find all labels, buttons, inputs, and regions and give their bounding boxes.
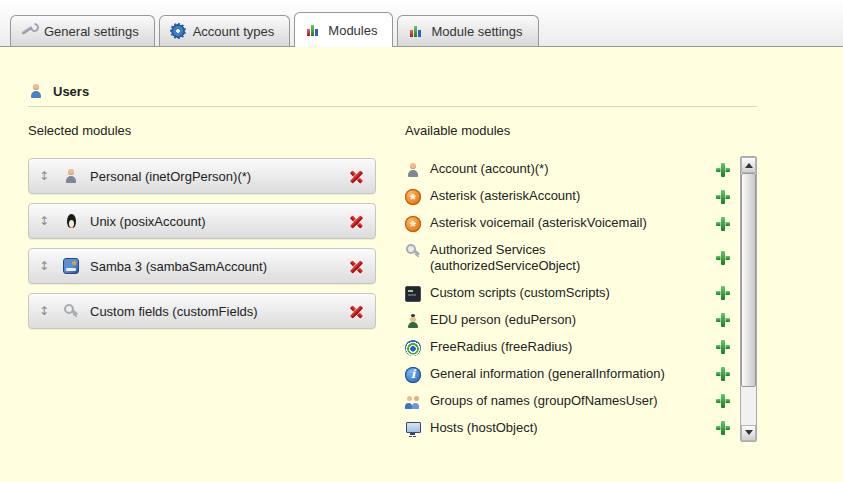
available-modules-column: Available modules Account (account)(*) A… <box>405 123 757 442</box>
person-icon <box>63 168 79 184</box>
available-module-row: Authorized Services (authorizedServiceOb… <box>405 237 740 280</box>
group-icon <box>405 394 421 410</box>
section-heading: Users <box>28 83 815 99</box>
add-icon[interactable] <box>715 285 731 301</box>
available-module-label: FreeRadius (freeRadius) <box>430 339 688 355</box>
add-icon[interactable] <box>715 393 731 409</box>
delete-icon[interactable] <box>348 258 365 275</box>
available-module-label: Authorized Services (authorizedServiceOb… <box>430 242 688 275</box>
available-modules-list: Account (account)(*) Asterisk (asteriskA… <box>405 156 740 442</box>
tab-label: General settings <box>44 24 139 39</box>
delete-icon[interactable] <box>348 213 365 230</box>
gear-icon <box>170 23 186 39</box>
selected-module-row[interactable]: Samba 3 (sambaSamAccount) <box>28 248 376 284</box>
available-module-row: Asterisk (asteriskAccount) <box>405 183 740 210</box>
tab-account-types[interactable]: Account types <box>159 15 291 46</box>
available-module-label: Asterisk (asteriskAccount) <box>430 188 688 204</box>
tab-label: Modules <box>328 23 377 38</box>
selected-module-row[interactable]: Personal (inetOrgPerson)(*) <box>28 158 376 194</box>
drag-handle-icon[interactable] <box>39 259 55 273</box>
available-module-row: Groups of names (groupOfNamesUser) <box>405 388 740 415</box>
section-divider <box>28 106 757 107</box>
scrollbar[interactable] <box>740 156 757 442</box>
add-icon[interactable] <box>715 420 731 436</box>
tab-bar: General settings Account types Modules M… <box>0 0 843 47</box>
available-modules-heading: Available modules <box>405 123 757 138</box>
selected-module-label: Personal (inetOrgPerson)(*) <box>90 169 348 184</box>
selected-modules-column: Selected modules Personal (inetOrgPerson… <box>28 123 376 442</box>
keys-icon <box>63 303 79 319</box>
info-icon <box>405 367 421 383</box>
tab-label: Module settings <box>431 24 522 39</box>
selected-modules-list: Personal (inetOrgPerson)(*) Unix (posixA… <box>28 158 376 329</box>
add-icon[interactable] <box>715 162 731 178</box>
available-module-label: General information (generalInformation) <box>430 366 688 382</box>
host-icon <box>405 421 421 437</box>
scrollbar-thumb[interactable] <box>741 173 756 387</box>
available-module-label: Groups of names (groupOfNamesUser) <box>430 393 688 409</box>
add-icon[interactable] <box>715 339 731 355</box>
add-icon[interactable] <box>715 189 731 205</box>
drag-handle-icon[interactable] <box>39 214 55 228</box>
available-module-label: Account (account)(*) <box>430 161 688 177</box>
selected-module-row[interactable]: Unix (posixAccount) <box>28 203 376 239</box>
modules-panel: Users Selected modules Personal (inetOrg… <box>0 47 843 442</box>
selected-modules-heading: Selected modules <box>28 123 376 138</box>
asterisk-icon <box>405 216 421 232</box>
available-module-row: FreeRadius (freeRadius) <box>405 334 740 361</box>
wrench-icon <box>21 23 37 39</box>
drag-handle-icon[interactable] <box>39 304 55 318</box>
terminal-icon <box>405 286 421 302</box>
available-module-label: Custom scripts (customScripts) <box>430 285 688 301</box>
add-icon[interactable] <box>715 366 731 382</box>
available-module-row: Account (account)(*) <box>405 156 740 183</box>
available-module-label: EDU person (eduPerson) <box>430 312 688 328</box>
scroll-down-button[interactable] <box>741 425 756 441</box>
delete-icon[interactable] <box>348 168 365 185</box>
samba-icon <box>63 258 79 274</box>
available-module-row: Hosts (hostObject) <box>405 415 740 442</box>
person-icon <box>405 162 421 178</box>
available-module-row: General information (generalInformation) <box>405 361 740 388</box>
tab-general-settings[interactable]: General settings <box>10 15 155 46</box>
arrow-up-icon <box>745 163 753 168</box>
add-icon[interactable] <box>715 250 731 266</box>
user-icon <box>28 83 44 99</box>
asterisk-icon <box>405 189 421 205</box>
scrollbar-track[interactable] <box>741 173 756 425</box>
signal-icon <box>405 340 421 356</box>
available-module-row: EDU person (eduPerson) <box>405 307 740 334</box>
chart-icon <box>408 23 424 39</box>
scroll-up-button[interactable] <box>741 157 756 173</box>
selected-module-label: Unix (posixAccount) <box>90 214 348 229</box>
available-module-label: Hosts (hostObject) <box>430 420 688 436</box>
selected-module-row[interactable]: Custom fields (customFields) <box>28 293 376 329</box>
delete-icon[interactable] <box>348 303 365 320</box>
tab-label: Account types <box>193 24 275 39</box>
keys-icon <box>405 243 421 259</box>
tab-modules[interactable]: Modules <box>294 12 393 47</box>
edu-person-icon <box>405 313 421 329</box>
available-module-row: Asterisk voicemail (asteriskVoicemail) <box>405 210 740 237</box>
tab-module-settings[interactable]: Module settings <box>397 15 538 46</box>
available-module-row: Custom scripts (customScripts) <box>405 280 740 307</box>
chart-icon <box>305 22 321 38</box>
add-icon[interactable] <box>715 312 731 328</box>
available-module-label: Asterisk voicemail (asteriskVoicemail) <box>430 215 688 231</box>
selected-module-label: Samba 3 (sambaSamAccount) <box>90 259 348 274</box>
selected-module-label: Custom fields (customFields) <box>90 304 348 319</box>
add-icon[interactable] <box>715 216 731 232</box>
tux-icon <box>63 213 79 229</box>
arrow-down-icon <box>745 430 753 435</box>
drag-handle-icon[interactable] <box>39 169 55 183</box>
section-title: Users <box>53 84 89 99</box>
